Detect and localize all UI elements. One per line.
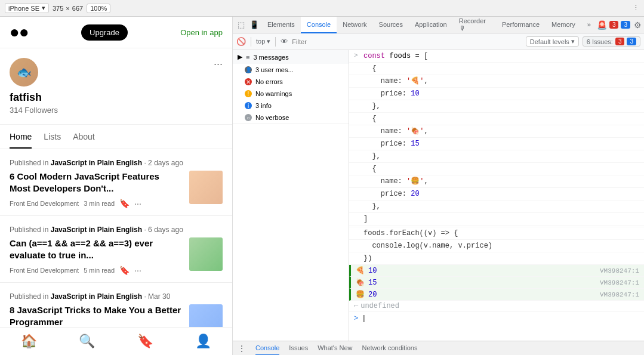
open-in-app-button[interactable]: Open in app [180, 28, 223, 37]
console-output-value-3: 🍔 20 VM398247:1 [349, 289, 644, 301]
tab-performance[interactable]: Performance [496, 17, 546, 33]
zoom-selector[interactable]: 100% [87, 4, 110, 13]
tab-elements[interactable]: Elements [261, 17, 301, 33]
width-value: 375 [53, 5, 63, 12]
devtools-content: ▶ ≡ 3 messages 👤 3 user mes... ✕ No erro… [233, 50, 644, 341]
profile-header: 🐟 ··· [10, 58, 223, 87]
upgrade-button[interactable]: Upgrade [81, 24, 128, 41]
article-title[interactable]: 8 JavaScript Tricks to Make You a Better… [10, 304, 182, 328]
default-levels-dropdown[interactable]: Default levels ▾ [526, 36, 579, 47]
article-publication: JavaScript in Plain English [51, 159, 142, 167]
article-read-time: 5 min read [84, 267, 115, 274]
tab-more[interactable]: » [581, 17, 597, 33]
console-code-line: }, [349, 200, 644, 213]
error-count-badge: 3 [609, 21, 619, 29]
console-code-line: }) [349, 252, 644, 265]
console-code-line: name: '🍖', [349, 125, 644, 138]
article-more-icon[interactable]: ··· [134, 199, 141, 208]
more-options-icon[interactable]: ⋮ [633, 4, 639, 12]
profile-options-icon[interactable]: ··· [214, 58, 223, 70]
tab-network[interactable]: Network [337, 17, 372, 33]
article-content: 6 Cool Modern JavaScript Features Most D… [10, 171, 223, 208]
console-code-line: > const foods = [ [349, 50, 644, 63]
console-code-line: foods.forEach((v) => { [349, 227, 644, 240]
issues-label: 6 Issues: [587, 38, 613, 45]
article-tag: Front End Development [10, 267, 79, 274]
console-code-line: ] [349, 213, 644, 226]
devtools-inspect-icon[interactable]: ⬚ [235, 20, 247, 29]
tab-console[interactable]: Console [301, 17, 337, 33]
issues-count-display: 6 Issues: 3 3 [583, 36, 640, 47]
sidebar-item-no-verbose[interactable]: ○ No verbose [233, 112, 349, 124]
sidebar-item-info[interactable]: i 3 info [233, 100, 349, 112]
browser-toolbar: iPhone SE ▾ 375 × 667 100% ⋮ [0, 0, 644, 17]
output-emoji-3: 🍔 [356, 290, 365, 299]
eye-filter-icon[interactable]: 👁 [281, 37, 288, 46]
nav-tab-lists[interactable]: Lists [44, 132, 61, 149]
issues-icon[interactable]: 🚨 [597, 20, 607, 30]
top-dropdown-button[interactable]: top ▾ [256, 38, 270, 45]
article-title[interactable]: 6 Cool Modern JavaScript Features Most D… [10, 171, 182, 194]
sidebar-item-user-messages[interactable]: 👤 3 user mes... [233, 64, 349, 76]
article-more-icon[interactable]: ··· [134, 266, 141, 275]
output-num-2: 15 [368, 279, 377, 287]
medium-logo: ●● [10, 23, 29, 42]
bookmark-icon[interactable]: 🔖 [119, 199, 130, 208]
bottom-tab-network-conditions[interactable]: Network conditions [362, 341, 418, 356]
filter-input[interactable] [292, 38, 522, 45]
profile-followers-count: 314 Followers [10, 106, 223, 115]
zoom-value: 100% [90, 5, 107, 12]
bottom-nav-home[interactable]: 🏠 [21, 334, 37, 349]
prompt-arrow-icon: > [354, 314, 358, 323]
bottom-bar-options-icon[interactable]: ⋮ [238, 344, 246, 353]
article-publication: JavaScript in Plain English [51, 226, 142, 234]
dropdown-arrow-icon: ▾ [571, 38, 575, 45]
console-prompt[interactable]: > | [349, 312, 644, 325]
issues-blue-badge: 3 [627, 38, 636, 45]
sidebar-item-no-warnings[interactable]: ! No warnings [233, 88, 349, 100]
verbose-icon: ○ [245, 114, 252, 121]
clear-console-icon[interactable]: 🚫 [236, 37, 246, 46]
devtools-device-icon[interactable]: 📱 [247, 20, 261, 29]
bottom-nav-bookmark[interactable]: 🔖 [137, 334, 153, 349]
sidebar-group-messages-header[interactable]: ▶ ≡ 3 messages [233, 50, 349, 64]
no-warnings-label: No warnings [255, 90, 292, 97]
bookmark-icon[interactable]: 🔖 [119, 266, 130, 275]
undefined-text: undefined [360, 302, 399, 310]
console-code-line: { [349, 163, 644, 175]
bottom-nav-profile[interactable]: 👤 [195, 334, 211, 349]
medium-topbar: ●● Upgrade Open in app [0, 17, 232, 48]
bottom-nav-search[interactable]: 🔍 [79, 334, 95, 349]
device-dropdown-icon[interactable]: ▾ [42, 4, 45, 12]
nav-tab-home[interactable]: Home [10, 132, 32, 149]
sidebar-item-no-errors[interactable]: ✕ No errors [233, 76, 349, 88]
profile-section: 🐟 ··· fatfish 314 Followers [0, 48, 232, 125]
device-selector[interactable]: iPhone SE ▾ [5, 3, 49, 13]
tab-application[interactable]: Application [409, 17, 453, 33]
article-thumbnail [189, 237, 223, 271]
articles-list: Published in JavaScript in Plain English… [0, 149, 232, 345]
console-output-value-1: 🍕 10 VM398247:1 [349, 265, 644, 277]
article-time: · 6 days ago [144, 226, 183, 234]
bottom-tab-whats-new[interactable]: What's New [318, 341, 352, 356]
tab-memory[interactable]: Memory [546, 17, 581, 33]
devtools-topnav: ⬚ 📱 Elements Console Network Sources App… [233, 17, 644, 33]
output-source-1: VM398247:1 [600, 267, 639, 274]
console-code-line: price: 15 [349, 138, 644, 150]
user-messages-icon: 👤 [245, 66, 252, 73]
tab-recorder[interactable]: Recorder 🎙 [453, 17, 496, 33]
article-title[interactable]: Can (a==1 && a==2 && a==3) ever evaluate… [10, 237, 182, 261]
output-source-2: VM398247:1 [600, 279, 639, 286]
article-publication: JavaScript in Plain English [51, 292, 142, 301]
nav-tab-about[interactable]: About [73, 132, 95, 149]
devtools-toolbar: 🚫 top ▾ 👁 Default levels ▾ 6 Issues: 3 3 [233, 33, 644, 50]
messages-label: 3 messages [253, 54, 288, 61]
console-code-line: name: '🍔', [349, 175, 644, 188]
bottom-tab-console[interactable]: Console [255, 341, 279, 356]
article-meta: Published in JavaScript in Plain English… [10, 159, 223, 167]
settings-icon[interactable]: ⚙ [634, 20, 642, 30]
tab-sources[interactable]: Sources [373, 17, 409, 33]
bottom-tab-issues[interactable]: Issues [289, 341, 308, 356]
article-meta: Published in JavaScript in Plain English… [10, 292, 223, 301]
avatar-image: 🐟 [10, 58, 38, 87]
